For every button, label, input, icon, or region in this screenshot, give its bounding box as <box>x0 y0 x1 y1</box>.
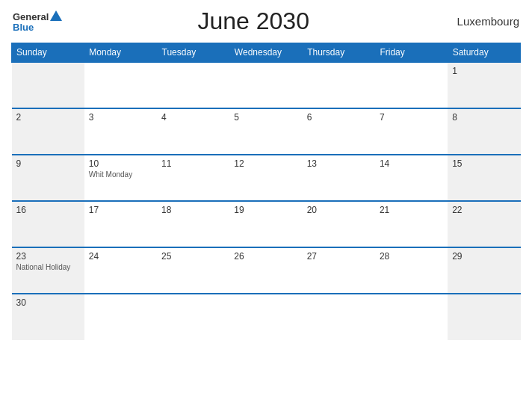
calendar-cell: 27 <box>303 247 375 294</box>
calendar-cell: 5 <box>229 108 302 155</box>
calendar-cell: 15 <box>448 155 520 201</box>
calendar-cell: 22 <box>448 201 520 247</box>
day-number: 7 <box>380 112 443 123</box>
day-number: 6 <box>307 112 371 123</box>
day-number: 17 <box>89 205 152 215</box>
day-number: 8 <box>452 112 516 123</box>
calendar-cell <box>229 62 302 108</box>
day-number: 5 <box>234 112 297 123</box>
calendar-cell: 23National Holiday <box>12 247 84 294</box>
calendar-cell: 3 <box>84 108 157 155</box>
day-number: 19 <box>234 205 297 215</box>
holiday-label: Whit Monday <box>89 170 152 179</box>
calendar-cell: 8 <box>448 108 520 155</box>
calendar-cell: 24 <box>84 247 157 294</box>
weekday-header-sunday: Sunday <box>12 43 84 63</box>
logo-general-text: General <box>13 12 49 22</box>
calendar-cell: 17 <box>84 201 157 247</box>
weekday-header-row: SundayMondayTuesdayWednesdayThursdayFrid… <box>12 43 521 63</box>
weekday-header-thursday: Thursday <box>303 43 375 63</box>
day-number: 13 <box>307 158 371 169</box>
calendar-cell: 1 <box>448 62 520 108</box>
calendar-cell <box>157 62 229 108</box>
day-number: 3 <box>89 112 152 123</box>
calendar-cell: 19 <box>229 201 302 247</box>
calendar-cell: 13 <box>303 155 375 201</box>
calendar-cell: 25 <box>157 247 229 294</box>
logo-top-row: General <box>13 10 62 22</box>
day-number: 1 <box>452 66 516 76</box>
month-title: June 2030 <box>62 7 445 35</box>
calendar-week-row: 2345678 <box>12 108 521 155</box>
calendar-tbody: 12345678910Whit Monday111213141516171819… <box>12 62 521 340</box>
calendar-cell: 29 <box>448 247 520 294</box>
calendar-cell <box>84 62 157 108</box>
day-number: 27 <box>307 251 371 262</box>
calendar-cell: 20 <box>303 201 375 247</box>
day-number: 30 <box>16 297 80 308</box>
day-number: 9 <box>16 158 80 169</box>
day-number: 21 <box>380 205 443 215</box>
calendar-wrapper: General Blue June 2030 Luxembourg Sunday… <box>0 0 532 411</box>
day-number: 20 <box>307 205 371 215</box>
day-number: 24 <box>89 251 152 262</box>
calendar-cell <box>303 62 375 108</box>
calendar-thead: SundayMondayTuesdayWednesdayThursdayFrid… <box>12 43 521 63</box>
logo-triangle-icon <box>50 10 62 21</box>
calendar-cell: 10Whit Monday <box>84 155 157 201</box>
weekday-header-wednesday: Wednesday <box>229 43 302 63</box>
calendar-cell <box>84 294 157 340</box>
calendar-cell <box>229 294 302 340</box>
day-number: 2 <box>16 112 80 123</box>
calendar-week-row: 23National Holiday242526272829 <box>12 247 521 294</box>
calendar-cell <box>375 62 448 108</box>
calendar-week-row: 30 <box>12 294 521 340</box>
day-number: 28 <box>380 251 443 262</box>
calendar-cell: 21 <box>375 201 448 247</box>
day-number: 4 <box>161 112 225 123</box>
day-number: 22 <box>452 205 516 215</box>
day-number: 23 <box>16 251 80 262</box>
calendar-cell: 30 <box>12 294 84 340</box>
calendar-cell: 7 <box>375 108 448 155</box>
weekday-header-tuesday: Tuesday <box>157 43 229 63</box>
weekday-header-saturday: Saturday <box>448 43 520 63</box>
calendar-cell <box>157 294 229 340</box>
calendar-week-row: 1 <box>12 62 521 108</box>
day-number: 26 <box>234 251 297 262</box>
calendar-cell <box>303 294 375 340</box>
day-number: 12 <box>234 158 297 169</box>
day-number: 16 <box>16 205 80 215</box>
calendar-cell: 26 <box>229 247 302 294</box>
calendar-cell <box>375 294 448 340</box>
day-number: 29 <box>452 251 516 262</box>
holiday-label: National Holiday <box>16 263 80 271</box>
day-number: 14 <box>380 158 443 169</box>
calendar-cell: 4 <box>157 108 229 155</box>
calendar-cell: 9 <box>12 155 84 201</box>
day-number: 15 <box>452 158 516 169</box>
calendar-week-row: 910Whit Monday1112131415 <box>12 155 521 201</box>
country-label: Luxembourg <box>445 15 519 28</box>
calendar-cell: 16 <box>12 201 84 247</box>
calendar-cell: 12 <box>229 155 302 201</box>
logo-block: General Blue <box>13 10 62 32</box>
calendar-cell: 11 <box>157 155 229 201</box>
day-number: 10 <box>89 158 152 169</box>
calendar-header: General Blue June 2030 Luxembourg <box>11 7 521 35</box>
calendar-cell <box>448 294 520 340</box>
weekday-header-friday: Friday <box>375 43 448 63</box>
day-number: 11 <box>161 158 225 169</box>
calendar-cell: 14 <box>375 155 448 201</box>
calendar-cell <box>12 62 84 108</box>
day-number: 18 <box>161 205 225 215</box>
logo-blue-text: Blue <box>13 22 34 32</box>
day-number: 25 <box>161 251 225 262</box>
calendar-week-row: 16171819202122 <box>12 201 521 247</box>
calendar-cell: 2 <box>12 108 84 155</box>
weekday-header-monday: Monday <box>84 43 157 63</box>
calendar-table: SundayMondayTuesdayWednesdayThursdayFrid… <box>11 43 521 340</box>
calendar-cell: 18 <box>157 201 229 247</box>
logo: General Blue <box>13 10 62 32</box>
calendar-cell: 28 <box>375 247 448 294</box>
